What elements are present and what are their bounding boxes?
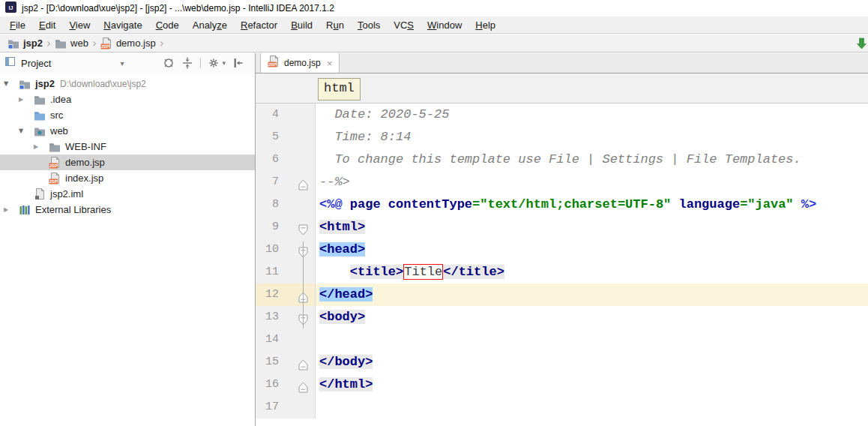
gutter-line-6: 6	[256, 148, 316, 171]
code-token-tag-gray: </body>	[319, 355, 373, 369]
folder-icon	[49, 141, 61, 153]
project-tree: ▼jsp2D:\download\xue\jsp2▶.ideasrc▼web▶W…	[0, 73, 255, 218]
code-token-comment: Time: 8:14	[319, 130, 411, 144]
code-token-attr: contentType	[388, 197, 472, 212]
code-token-str: ="text/html;charset=UTF-8"	[472, 197, 671, 212]
breadcrumb-item-jsp2[interactable]: jsp2	[7, 38, 43, 50]
code-line-7[interactable]: 7--%>	[256, 171, 868, 194]
code-line-17[interactable]: 17	[256, 396, 868, 418]
project-path: D:\download\xue\jsp2	[60, 79, 146, 89]
tree-item-web-inf[interactable]: ▶WEB-INF	[0, 139, 255, 154]
tree-item-web[interactable]: ▼web	[0, 123, 255, 139]
breadcrumb-item-demo-jsp[interactable]: JSPdemo.jsp	[100, 38, 156, 50]
code-line-11[interactable]: 11 <title>Title</title>	[256, 261, 868, 284]
code-text	[316, 396, 319, 418]
line-number: 10	[265, 243, 279, 256]
svg-text:JSP: JSP	[268, 62, 277, 67]
fold-up-icon[interactable]	[298, 177, 308, 188]
jsp-file-icon: JSP	[49, 172, 61, 184]
menu-item-analyze[interactable]: Analyze	[186, 16, 234, 34]
gutter-line-5: 5	[256, 126, 316, 148]
tree-item-index-jsp[interactable]: JSPindex.jsp	[0, 170, 255, 186]
code-line-8[interactable]: 8<%@ page contentType="text/html;charset…	[256, 194, 868, 216]
menu-item-refactor[interactable]: Refactor	[234, 16, 284, 34]
menu-item-vcs[interactable]: VCS	[387, 16, 421, 34]
toolbar-separator	[200, 58, 201, 68]
intellij-logo-icon: IJ	[5, 2, 16, 16]
tree-item-jsp2-iml[interactable]: jsp2.iml	[0, 186, 255, 202]
folder-icon	[55, 38, 67, 50]
menu-item-navigate[interactable]: Navigate	[97, 16, 148, 34]
collapsed-arrow-icon[interactable]: ▶	[4, 206, 19, 213]
close-icon[interactable]: ×	[327, 58, 333, 69]
code-line-10[interactable]: 10<head>	[256, 238, 868, 261]
line-number: 5	[272, 130, 279, 143]
tree-item-label: src	[50, 110, 63, 121]
line-number: 11	[265, 266, 279, 278]
code-token-plain	[381, 197, 388, 212]
fold-up-icon[interactable]	[298, 357, 308, 368]
code-line-9[interactable]: 9<html>	[256, 216, 868, 238]
code-token-tag-blue: <head>	[319, 242, 365, 256]
code-line-14[interactable]: 14	[256, 328, 868, 351]
fold-up-icon[interactable]	[298, 380, 308, 391]
fold-down-icon[interactable]	[298, 222, 308, 233]
project-panel-toolbar: ▾	[163, 57, 250, 69]
menu-item-view[interactable]: View	[62, 16, 97, 34]
menu-item-file[interactable]: File	[3, 16, 32, 34]
code-text: Date: 2020-5-25	[316, 104, 449, 126]
gutter-line-7: 7	[256, 171, 316, 194]
menu-item-run[interactable]: Run	[319, 16, 351, 34]
code-token-comment: To change this template use File | Setti…	[319, 152, 801, 166]
gutter-line-17: 17	[256, 396, 316, 418]
code-text: </html>	[316, 374, 373, 396]
tree-item-label: web	[50, 125, 68, 136]
menu-bar: FileEditViewNavigateCodeAnalyzeRefactorB…	[0, 16, 868, 34]
tree-item-jsp2[interactable]: ▼jsp2D:\download\xue\jsp2	[0, 76, 255, 92]
hide-panel-icon[interactable]	[232, 57, 244, 69]
code-text: To change this template use File | Setti…	[316, 148, 801, 171]
project-views-caret-icon[interactable]: ▾	[120, 59, 124, 68]
locate-target-icon[interactable]	[163, 57, 175, 69]
tree-item-external-libraries[interactable]: ▶External Libraries	[0, 202, 255, 218]
expanded-arrow-icon[interactable]: ▼	[19, 128, 34, 134]
code-line-16[interactable]: 16</html>	[256, 374, 868, 396]
tab-demo-jsp[interactable]: JSP demo.jsp ×	[260, 53, 340, 73]
code-token-plain	[671, 197, 678, 212]
menu-item-window[interactable]: Window	[421, 16, 468, 34]
code-token-str: ="java"	[740, 197, 793, 212]
code-line-6[interactable]: 6 To change this template use File | Set…	[256, 148, 868, 171]
code-line-12[interactable]: 12</head>	[256, 284, 868, 306]
gutter-line-12: 12	[256, 284, 316, 306]
code-line-13[interactable]: 13<body>	[256, 306, 868, 328]
code-line-15[interactable]: 15</body>	[256, 351, 868, 374]
svg-text:JSP: JSP	[100, 44, 109, 49]
menu-item-tools[interactable]: Tools	[351, 16, 387, 34]
breadcrumb-item-web[interactable]: web	[55, 38, 88, 50]
code-viewport[interactable]: 4 Date: 2020-5-255 Time: 8:146 To change…	[256, 104, 868, 418]
settings-gear-icon[interactable]	[208, 57, 220, 69]
expanded-arrow-icon[interactable]: ▼	[4, 80, 19, 87]
line-number: 4	[272, 108, 279, 121]
code-token-tag-gray: <body>	[319, 310, 365, 324]
tree-item-label: index.jsp	[65, 172, 103, 184]
code-line-5[interactable]: 5 Time: 8:14	[256, 126, 868, 148]
code-text: </head>	[316, 284, 373, 306]
code-token-comment: Date: 2020-5-25	[319, 107, 449, 122]
tree-item-idea[interactable]: ▶.idea	[0, 92, 255, 107]
menu-item-code[interactable]: Code	[149, 16, 186, 34]
menu-item-help[interactable]: Help	[468, 16, 502, 34]
tree-item-src[interactable]: src	[0, 107, 255, 123]
collapsed-arrow-icon[interactable]: ▶	[19, 96, 34, 103]
green-down-arrow-icon[interactable]	[857, 38, 867, 52]
code-line-4[interactable]: 4 Date: 2020-5-25	[256, 104, 868, 126]
menu-item-edit[interactable]: Edit	[32, 16, 62, 34]
collapse-all-icon[interactable]	[181, 57, 193, 69]
tree-item-demo-jsp[interactable]: JSPdemo.jsp	[0, 154, 255, 170]
code-token-kw: page	[350, 197, 381, 212]
menu-item-build[interactable]: Build	[284, 16, 319, 34]
line-number: 6	[272, 153, 279, 166]
collapsed-arrow-icon[interactable]: ▶	[34, 143, 49, 150]
line-number: 16	[265, 378, 279, 391]
project-panel-title: Project	[21, 58, 51, 69]
